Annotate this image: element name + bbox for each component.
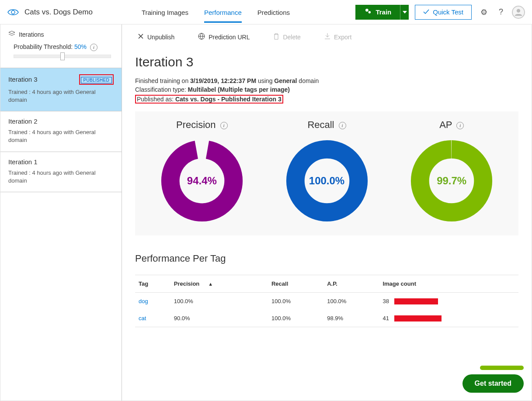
info-icon[interactable]: i: [339, 122, 346, 129]
tab-performance[interactable]: Performance: [204, 2, 242, 23]
cell-recall: 100.0%: [268, 310, 323, 327]
iteration-subtitle: Trained : 4 hours ago with General domai…: [8, 169, 114, 185]
cell-recall: 100.0%: [268, 293, 323, 310]
table-header-row: Tag Precision▲ Recall A.P. Image count: [135, 275, 518, 293]
ap-value: 99.7%: [410, 139, 493, 222]
layers-icon: [8, 31, 15, 38]
trash-icon: [273, 33, 279, 41]
train-dropdown[interactable]: [400, 5, 409, 20]
sort-asc-icon: ▲: [208, 281, 213, 287]
table-row: dog 100.0% 100.0% 100.0% 38: [135, 293, 518, 310]
topbar: Cats vs. Dogs Demo Training Images Perfo…: [0, 0, 532, 24]
col-ap[interactable]: A.P.: [323, 275, 379, 293]
count-bar: [394, 315, 442, 321]
finished-training-line: Finished training on 3/19/2019, 12:22:37…: [135, 77, 518, 84]
quick-test-button[interactable]: Quick Test: [415, 5, 472, 20]
get-started-button[interactable]: Get started: [462, 374, 524, 393]
published-as-highlight: Published as: Cats vs. Dogs - Published …: [135, 95, 283, 104]
cell-precision: 90.0%: [170, 310, 268, 327]
tab-predictions[interactable]: Predictions: [257, 2, 290, 23]
metrics-panel: Precision i 94.4% Recall i: [135, 111, 518, 235]
main-panel: Unpublish Prediction URL Delete Export I…: [122, 24, 532, 401]
iteration-subtitle: Trained : 4 hours ago with General domai…: [8, 128, 114, 144]
tag-link-cat[interactable]: cat: [139, 315, 146, 321]
slider-thumb[interactable]: [60, 52, 65, 60]
iteration-subtitle: Trained : 4 hours ago with General domai…: [8, 88, 114, 104]
recall-value: 100.0%: [285, 139, 369, 222]
tag-link-dog[interactable]: dog: [139, 298, 148, 304]
image-count-cell: 38: [382, 298, 515, 304]
precision-title: Precision: [176, 119, 216, 130]
help-button[interactable]: ?: [496, 5, 506, 19]
table-row: cat 90.0% 100.0% 98.9% 41: [135, 310, 518, 327]
metric-precision: Precision i 94.4%: [139, 119, 264, 222]
prediction-url-label: Prediction URL: [209, 34, 250, 41]
info-icon[interactable]: i: [456, 122, 464, 129]
get-started-popup: Get started: [462, 366, 524, 393]
help-icon: ?: [499, 7, 503, 17]
threshold-slider[interactable]: [14, 55, 111, 58]
count-bar: [394, 298, 438, 304]
nav-tabs: Training Images Performance Predictions: [142, 2, 290, 23]
train-button[interactable]: Train: [355, 5, 409, 20]
cell-precision: 100.0%: [170, 293, 268, 310]
svg-point-1: [365, 9, 369, 12]
delete-label: Delete: [283, 34, 300, 41]
svg-point-3: [517, 9, 520, 12]
info-icon[interactable]: i: [220, 122, 228, 129]
iteration-title: Iteration 2: [8, 118, 38, 125]
ap-title: AP: [439, 119, 452, 130]
iterations-title: Iterations: [19, 31, 44, 38]
iteration-3[interactable]: Iteration 3 PUBLISHED Trained : 4 hours …: [0, 68, 122, 111]
iteration-title: Iteration 3: [8, 76, 38, 83]
cell-ap: 100.0%: [323, 293, 379, 310]
export-label: Export: [334, 34, 351, 41]
user-avatar[interactable]: [512, 6, 525, 19]
prediction-url-button[interactable]: Prediction URL: [195, 32, 252, 41]
tab-training-images[interactable]: Training Images: [142, 2, 188, 23]
performance-table: Tag Precision▲ Recall A.P. Image count d…: [135, 275, 518, 327]
iteration-title: Iteration 1: [8, 158, 38, 166]
close-icon: [138, 33, 144, 41]
iteration-detail-title: Iteration 3: [135, 55, 518, 69]
svg-point-2: [369, 11, 371, 13]
globe-icon: [198, 33, 205, 41]
iteration-1[interactable]: Iteration 1 Trained : 4 hours ago with G…: [0, 152, 122, 192]
classification-type-line: Classification type: Multilabel (Multipl…: [135, 86, 518, 93]
download-icon: [324, 33, 330, 41]
threshold-value: 50%: [74, 43, 87, 50]
recall-title: Recall: [307, 119, 334, 130]
metric-ap: AP i 99.7%: [389, 119, 514, 222]
col-tag[interactable]: Tag: [135, 275, 170, 293]
gear-icon: ⚙: [480, 7, 487, 17]
threshold-row: Probability Threshold: 50% i: [0, 42, 122, 68]
export-button: Export: [322, 32, 354, 41]
published-badge-highlight: PUBLISHED: [79, 74, 114, 85]
delete-button: Delete: [271, 32, 303, 41]
info-icon[interactable]: i: [90, 44, 97, 51]
image-count-cell: 41: [382, 315, 515, 321]
topbar-right: Train Quick Test ⚙ ?: [355, 5, 525, 20]
sidebar-header: Iterations: [0, 24, 122, 42]
check-icon: [423, 8, 429, 16]
app-eye-icon: [7, 8, 19, 17]
action-bar: Unpublish Prediction URL Delete Export: [135, 24, 518, 45]
metric-recall: Recall i 100.0%: [264, 119, 389, 222]
col-precision[interactable]: Precision▲: [170, 275, 268, 293]
unpublish-label: Unpublish: [147, 34, 174, 41]
svg-point-0: [11, 10, 15, 14]
published-as-line: Published as: Cats vs. Dogs - Published …: [135, 95, 518, 104]
unpublish-button[interactable]: Unpublish: [135, 33, 177, 41]
progress-pill: [480, 366, 524, 370]
project-title: Cats vs. Dogs Demo: [24, 8, 93, 17]
quick-test-label: Quick Test: [433, 8, 463, 16]
precision-value: 94.4%: [160, 139, 243, 222]
threshold-label: Probability Threshold:: [14, 43, 74, 50]
iteration-2[interactable]: Iteration 2 Trained : 4 hours ago with G…: [0, 111, 122, 152]
sidebar: Iterations Probability Threshold: 50% i …: [0, 24, 122, 401]
col-recall[interactable]: Recall: [268, 275, 323, 293]
published-badge: PUBLISHED: [81, 77, 112, 83]
settings-button[interactable]: ⚙: [478, 5, 490, 20]
performance-per-tag-title: Performance Per Tag: [135, 253, 518, 264]
col-image-count[interactable]: Image count: [379, 275, 518, 293]
